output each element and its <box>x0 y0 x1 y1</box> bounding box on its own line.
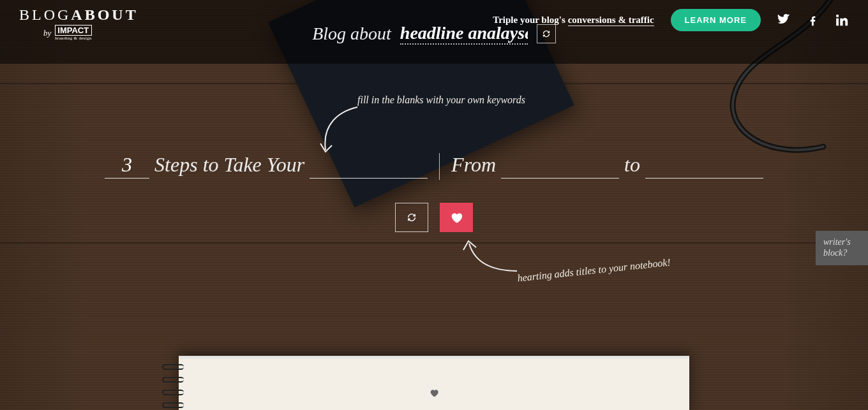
topic-label: Blog about <box>312 24 391 44</box>
notebook-spiral <box>162 356 184 410</box>
refresh-icon <box>542 30 550 38</box>
blank-input-2[interactable] <box>310 153 428 179</box>
blank-input-4[interactable] <box>645 153 763 179</box>
blank-input-3[interactable] <box>501 153 619 179</box>
refresh-icon <box>407 213 416 222</box>
blank-input-1[interactable] <box>105 153 149 179</box>
notebook[interactable] <box>179 356 689 410</box>
topic-input[interactable] <box>400 23 528 45</box>
refresh-topic-button[interactable] <box>537 24 556 43</box>
notebook-heart-icon <box>429 388 439 400</box>
hint-fill-blanks: fill in the blanks with your own keyword… <box>357 94 525 106</box>
heart-icon <box>449 210 463 224</box>
writers-block-tab[interactable]: writer's block? <box>816 231 868 265</box>
headline-text-3: to <box>624 153 640 177</box>
headline-text-1: Steps to Take Your <box>154 153 304 177</box>
action-row <box>0 203 868 232</box>
heart-save-button[interactable] <box>440 203 473 232</box>
separator <box>439 153 440 180</box>
topic-row: Blog about <box>0 23 868 45</box>
arrow-heart-icon <box>460 236 523 281</box>
logo-text: BLOGABOUT <box>19 6 138 24</box>
arrow-fill-icon <box>313 102 364 159</box>
refresh-headline-button[interactable] <box>395 203 428 232</box>
headline-template-row: Steps to Take Your From to <box>0 153 868 180</box>
headline-text-2: From <box>451 153 496 177</box>
